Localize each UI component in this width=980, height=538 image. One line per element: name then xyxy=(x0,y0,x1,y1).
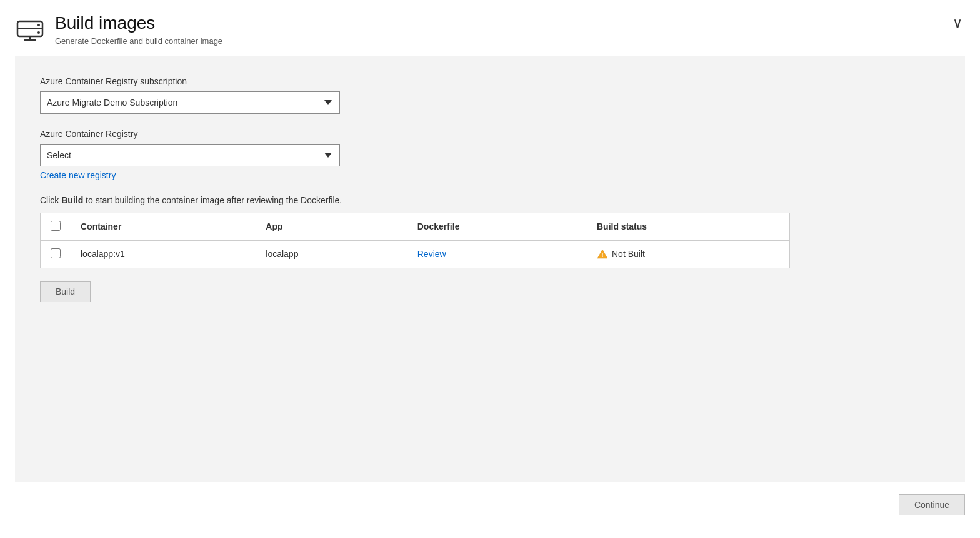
subscription-label: Azure Container Registry subscription xyxy=(40,76,940,86)
table-header-app: App xyxy=(256,213,407,240)
collapse-button[interactable]: ∨ xyxy=(950,13,965,34)
build-button-area: Build xyxy=(40,281,940,302)
select-all-checkbox[interactable] xyxy=(51,221,61,231)
svg-text:!: ! xyxy=(601,252,603,258)
build-status-text: Not Built xyxy=(612,249,645,259)
row-checkbox[interactable] xyxy=(51,248,61,258)
table-row: localapp:v1localappReview!Not Built xyxy=(41,240,790,268)
footer-area: Continue xyxy=(0,482,980,528)
table-header-checkbox xyxy=(41,213,71,240)
review-link[interactable]: Review xyxy=(418,249,446,259)
svg-point-3 xyxy=(38,31,40,34)
subscription-select[interactable]: Azure Migrate Demo Subscription xyxy=(40,91,340,114)
row-checkbox-cell xyxy=(41,240,71,268)
continue-button[interactable]: Continue xyxy=(899,494,965,515)
instruction-prefix: Click xyxy=(40,195,61,205)
build-button[interactable]: Build xyxy=(40,281,91,302)
build-table: Container App Dockerfile Build status lo… xyxy=(40,213,790,268)
svg-point-2 xyxy=(38,24,40,26)
registry-label: Azure Container Registry xyxy=(40,129,940,139)
registry-section: Azure Container Registry Select Create n… xyxy=(40,129,940,180)
instruction-bold: Build xyxy=(61,195,83,205)
server-icon xyxy=(15,14,45,44)
row-build-status: !Not Built xyxy=(587,240,790,268)
main-content: Azure Container Registry subscription Az… xyxy=(15,56,965,482)
table-header-container: Container xyxy=(71,213,256,240)
registry-select[interactable]: Select xyxy=(40,144,340,166)
page-title: Build images xyxy=(55,13,222,34)
row-dockerfile: Review xyxy=(408,240,587,268)
warning-icon: ! xyxy=(597,248,608,260)
instruction-suffix: to start building the container image af… xyxy=(83,195,342,205)
page-subtitle: Generate Dockerfile and build container … xyxy=(55,36,222,46)
row-container: localapp:v1 xyxy=(71,240,256,268)
create-registry-link[interactable]: Create new registry xyxy=(40,170,116,180)
table-header-dockerfile: Dockerfile xyxy=(408,213,587,240)
table-header-build-status: Build status xyxy=(587,213,790,240)
instruction-text: Click Build to start building the contai… xyxy=(40,195,940,205)
row-app: localapp xyxy=(256,240,407,268)
subscription-section: Azure Container Registry subscription Az… xyxy=(40,76,940,114)
